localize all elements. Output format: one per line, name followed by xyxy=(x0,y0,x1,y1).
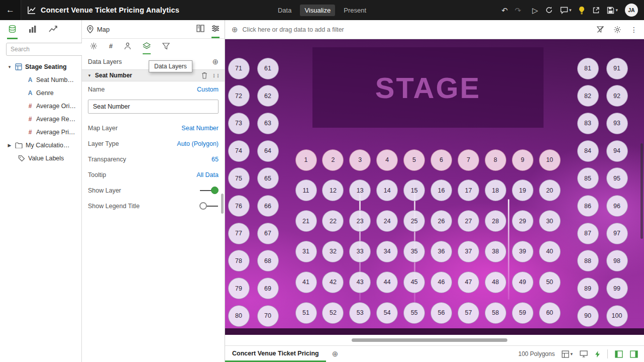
seat-32[interactable]: 32 xyxy=(322,241,344,262)
seat-25[interactable]: 25 xyxy=(403,210,425,232)
seat-95[interactable]: 95 xyxy=(606,167,628,189)
seat-79[interactable]: 79 xyxy=(228,278,250,299)
seat-46[interactable]: 46 xyxy=(431,272,452,293)
seat-36[interactable]: 36 xyxy=(431,241,452,262)
field-average-original[interactable]: # Average Ori… xyxy=(0,100,81,113)
field-seat-number[interactable]: A Seat Numb… xyxy=(0,73,81,86)
seat-89[interactable]: 89 xyxy=(577,278,599,299)
seat-63[interactable]: 63 xyxy=(257,113,279,134)
seat-83[interactable]: 83 xyxy=(577,113,599,134)
seat-54[interactable]: 54 xyxy=(376,302,398,324)
seat-59[interactable]: 59 xyxy=(512,302,533,324)
seat-77[interactable]: 77 xyxy=(228,223,250,244)
expand-icon[interactable]: ▶ xyxy=(7,143,12,148)
seat-1[interactable]: 1 xyxy=(295,149,317,171)
seat-71[interactable]: 71 xyxy=(228,58,250,79)
settings-panel-icon[interactable] xyxy=(211,20,220,38)
display-settings-icon[interactable] xyxy=(580,350,588,357)
horizontal-scrollbar[interactable] xyxy=(352,338,507,342)
seat-48[interactable]: 48 xyxy=(485,272,506,293)
drag-handle[interactable]: ⋮⋮ xyxy=(211,73,220,78)
delete-layer-icon[interactable] xyxy=(201,72,207,79)
tab-general-gear-icon[interactable] xyxy=(90,39,97,54)
map-canvas[interactable]: STAGE 7172737475767778798061626364656667… xyxy=(225,39,644,335)
seat-58[interactable]: 58 xyxy=(485,302,506,324)
filter-bar-options-icon[interactable] xyxy=(596,26,604,33)
tab-analytics[interactable] xyxy=(48,20,58,39)
prop-value[interactable]: Auto (Polygon) xyxy=(177,140,219,147)
seat-91[interactable]: 91 xyxy=(606,58,628,79)
seat-43[interactable]: 43 xyxy=(349,272,371,293)
prop-value[interactable]: Custom xyxy=(197,86,219,93)
seat-22[interactable]: 22 xyxy=(322,210,344,232)
tab-visualizations[interactable] xyxy=(28,20,38,39)
seat-6[interactable]: 6 xyxy=(431,149,452,171)
grammar-panel-icon[interactable] xyxy=(196,20,204,38)
seat-49[interactable]: 49 xyxy=(512,272,533,293)
seat-56[interactable]: 56 xyxy=(431,302,452,324)
seat-9[interactable]: 9 xyxy=(512,149,533,171)
seat-82[interactable]: 82 xyxy=(577,85,599,107)
seat-64[interactable]: 64 xyxy=(257,140,279,162)
seat-31[interactable]: 31 xyxy=(295,241,317,262)
back-button[interactable]: ← xyxy=(0,0,21,20)
preview-button[interactable]: ▷ xyxy=(532,7,538,14)
seat-40[interactable]: 40 xyxy=(539,241,561,262)
seat-88[interactable]: 88 xyxy=(577,250,599,272)
seat-99[interactable]: 99 xyxy=(606,278,628,299)
seat-81[interactable]: 81 xyxy=(577,58,599,79)
seat-74[interactable]: 74 xyxy=(228,140,250,162)
seat-24[interactable]: 24 xyxy=(376,210,398,232)
seat-3[interactable]: 3 xyxy=(349,149,371,171)
seat-28[interactable]: 28 xyxy=(485,210,506,232)
seat-85[interactable]: 85 xyxy=(577,167,599,189)
refresh-data-icon[interactable] xyxy=(545,6,553,14)
prop-value[interactable]: All Data xyxy=(196,171,219,178)
seat-52[interactable]: 52 xyxy=(322,302,344,324)
tab-layers-icon[interactable] xyxy=(143,39,151,54)
seat-65[interactable]: 65 xyxy=(257,167,279,189)
seat-34[interactable]: 34 xyxy=(376,241,398,262)
seat-87[interactable]: 87 xyxy=(577,223,599,244)
seat-16[interactable]: 16 xyxy=(431,179,452,201)
seat-14[interactable]: 14 xyxy=(376,179,398,201)
seat-7[interactable]: 7 xyxy=(458,149,479,171)
seat-45[interactable]: 45 xyxy=(403,272,425,293)
undo-icon[interactable]: ↶ xyxy=(501,7,508,14)
seat-100[interactable]: 100 xyxy=(606,305,628,327)
nav-visualize[interactable]: Visualize xyxy=(300,5,335,16)
seat-96[interactable]: 96 xyxy=(606,195,628,217)
seat-78[interactable]: 78 xyxy=(228,250,250,272)
add-filter-icon[interactable]: ⊕ xyxy=(232,25,238,34)
seat-19[interactable]: 19 xyxy=(512,179,533,201)
layer-name-input[interactable] xyxy=(88,100,219,114)
panel-right-toggle-icon[interactable] xyxy=(630,350,638,358)
seat-90[interactable]: 90 xyxy=(577,305,599,327)
seat-50[interactable]: 50 xyxy=(539,272,561,293)
seat-42[interactable]: 42 xyxy=(322,272,344,293)
pinned-settings-icon[interactable] xyxy=(613,26,621,34)
seat-8[interactable]: 8 xyxy=(485,149,506,171)
seat-44[interactable]: 44 xyxy=(376,272,398,293)
insights-icon[interactable] xyxy=(578,6,585,15)
seat-37[interactable]: 37 xyxy=(458,241,479,262)
canvas-layout-dropdown[interactable]: ▾ xyxy=(562,350,573,358)
add-layer-icon[interactable]: ⊕ xyxy=(212,57,219,66)
popout-icon[interactable] xyxy=(592,7,600,14)
kebab-menu-icon[interactable]: ⋮ xyxy=(630,26,637,34)
seat-18[interactable]: 18 xyxy=(485,179,506,201)
save-dropdown[interactable]: ▾ xyxy=(607,7,618,14)
seat-80[interactable]: 80 xyxy=(228,305,250,327)
item-value-labels[interactable]: Value Labels xyxy=(0,152,81,165)
nav-present[interactable]: Present xyxy=(339,5,371,16)
seat-57[interactable]: 57 xyxy=(458,302,479,324)
seat-73[interactable]: 73 xyxy=(228,113,250,134)
seat-15[interactable]: 15 xyxy=(403,179,425,201)
seat-30[interactable]: 30 xyxy=(539,210,561,232)
panel-left-toggle-icon[interactable] xyxy=(615,350,623,358)
seat-84[interactable]: 84 xyxy=(577,140,599,162)
seat-61[interactable]: 61 xyxy=(257,58,279,79)
collapse-icon[interactable]: ▾ xyxy=(7,64,12,69)
seat-76[interactable]: 76 xyxy=(228,195,250,217)
seat-86[interactable]: 86 xyxy=(577,195,599,217)
